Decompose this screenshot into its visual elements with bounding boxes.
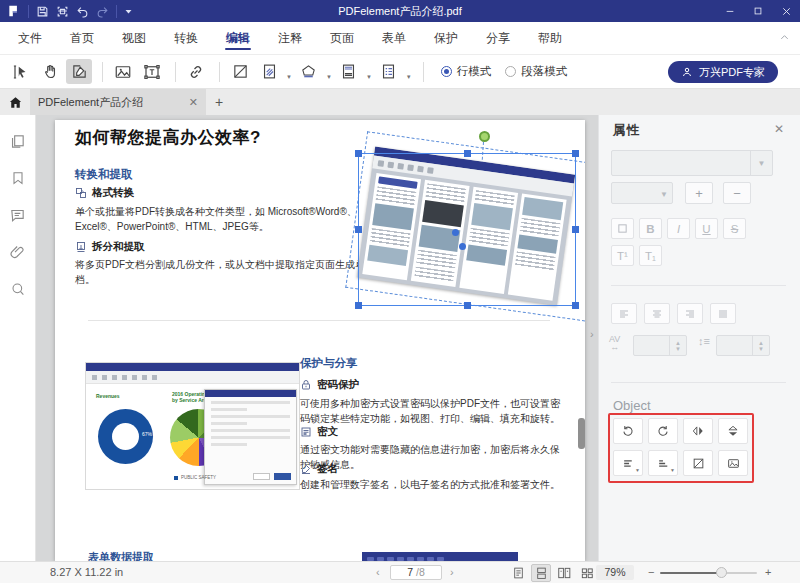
align-right-button[interactable] (677, 303, 703, 324)
add-image-button[interactable] (110, 59, 136, 84)
bold-button[interactable]: B (639, 218, 662, 239)
previous-page-chevron[interactable]: ‹ (376, 562, 380, 583)
menu-comment[interactable]: 注释 (264, 22, 316, 54)
selection-handle-sw[interactable] (355, 302, 362, 309)
hand-tool-button[interactable] (37, 59, 63, 84)
menu-page[interactable]: 页面 (316, 22, 368, 54)
add-text-button[interactable] (139, 59, 165, 84)
panel-expand-chevron-icon[interactable]: › (590, 328, 594, 340)
thumbnail-panel-icon[interactable] (6, 129, 30, 153)
rotate-left-button[interactable] (613, 418, 643, 444)
page-number-input[interactable]: 7 /8 (390, 565, 442, 580)
flip-horizontal-button[interactable] (683, 418, 713, 444)
search-panel-icon[interactable] (6, 277, 30, 301)
object-distribute-button[interactable]: ▼ (648, 450, 678, 476)
replace-image-button[interactable] (718, 450, 748, 476)
flip-vertical-button[interactable] (718, 418, 748, 444)
panel-close-icon[interactable]: ✕ (774, 122, 784, 136)
background-button[interactable]: ▼ (296, 59, 332, 84)
collapse-ribbon-icon[interactable] (779, 32, 790, 43)
zoom-slider-handle[interactable] (716, 567, 727, 578)
menu-share[interactable]: 分享 (472, 22, 524, 54)
quick-access-dropdown-icon[interactable] (124, 7, 133, 16)
maximize-button[interactable] (744, 0, 772, 22)
crop-page-button[interactable] (227, 59, 253, 84)
comment-panel-icon[interactable] (6, 203, 30, 227)
menu-help[interactable]: 帮助 (524, 22, 576, 54)
vertical-scrollbar-thumb[interactable] (578, 418, 585, 449)
bates-numbering-button[interactable]: ▼ (376, 59, 412, 84)
menu-convert[interactable]: 转换 (160, 22, 212, 54)
minimize-button[interactable] (716, 0, 744, 22)
rotation-handle[interactable] (479, 131, 490, 142)
object-tools-highlight: ▼ ▼ (608, 413, 754, 483)
selection-handle-w[interactable] (355, 226, 362, 233)
document-tab[interactable]: PDFelement产品介绍 ✕ (30, 89, 206, 115)
feature-body: 创建和管理数字签名，以电子签名的方式批准和签署文件。 (300, 477, 566, 492)
align-justify-icon (717, 308, 729, 320)
new-tab-button[interactable]: + (206, 89, 232, 115)
font-size-select[interactable]: ▼ (611, 182, 673, 204)
superscript-button[interactable]: T¹ (611, 245, 634, 266)
selection-handle-se[interactable] (572, 302, 579, 309)
save-icon[interactable] (36, 5, 49, 18)
menu-view[interactable]: 视图 (108, 22, 160, 54)
font-color-button[interactable] (611, 218, 634, 239)
zoom-level-display[interactable]: 79% (596, 565, 634, 580)
next-page-chevron[interactable]: › (450, 562, 454, 583)
zoom-in-button[interactable]: + (765, 562, 771, 583)
menu-protect[interactable]: 保护 (420, 22, 472, 54)
strikethrough-button[interactable]: S (723, 218, 746, 239)
pdf-page[interactable]: 如何帮您提高办公效率? 转换和提取 格式转换 单个或批量将PDF转换成各种文件类… (55, 120, 585, 561)
menu-home[interactable]: 首页 (56, 22, 108, 54)
object-align-button[interactable]: ▼ (613, 450, 643, 476)
subscript-button[interactable]: T₁ (639, 245, 662, 266)
align-justify-button[interactable] (710, 303, 736, 324)
watermark-button[interactable]: ▼ (256, 59, 292, 84)
menu-edit[interactable]: 编辑 (212, 22, 264, 54)
redo-icon[interactable] (96, 5, 109, 18)
zoom-out-button[interactable]: − (648, 562, 654, 583)
home-tab-button[interactable] (0, 89, 30, 115)
single-page-view-button[interactable] (508, 564, 528, 582)
menu-form[interactable]: 表单 (368, 22, 420, 54)
selection-bounding-box[interactable] (358, 153, 576, 306)
line-mode-radio[interactable]: 行模式 (441, 64, 492, 79)
header-footer-button[interactable]: ▼ (336, 59, 372, 84)
rotate-right-button[interactable] (648, 418, 678, 444)
line-spacing-input[interactable]: ▲▼ (716, 335, 770, 356)
facing-pages-view-button[interactable] (554, 564, 574, 582)
selection-handle-nw[interactable] (355, 150, 362, 157)
selection-handle-n[interactable] (464, 150, 471, 157)
snapshot-icon[interactable] (56, 5, 69, 18)
tab-close-icon[interactable]: ✕ (189, 96, 198, 109)
select-tool-button[interactable] (8, 59, 34, 84)
menu-file[interactable]: 文件 (4, 22, 56, 54)
link-button[interactable] (183, 59, 209, 84)
attachment-panel-icon[interactable] (6, 240, 30, 264)
char-spacing-input[interactable]: ▲▼ (633, 335, 687, 356)
paragraph-mode-radio[interactable]: 段落模式 (505, 64, 567, 79)
align-center-button[interactable] (644, 303, 670, 324)
zoom-slider-track-filled[interactable] (660, 572, 722, 574)
undo-icon[interactable] (76, 5, 89, 18)
selection-handle-ne[interactable] (572, 150, 579, 157)
underline-button[interactable]: U (695, 218, 718, 239)
crop-image-button[interactable] (683, 450, 713, 476)
pdf-expert-button[interactable]: 万兴PDF专家 (668, 61, 778, 83)
font-size-increase-button[interactable]: + (685, 182, 713, 204)
edit-tool-button[interactable] (66, 59, 92, 84)
italic-button[interactable]: I (667, 218, 690, 239)
close-button[interactable] (772, 0, 800, 22)
embedded-app-titlebar (86, 363, 299, 371)
grid-view-button[interactable] (577, 564, 597, 582)
font-size-decrease-button[interactable]: − (723, 182, 751, 204)
zoom-slider-track[interactable] (722, 572, 757, 574)
font-family-select[interactable]: ▼ (611, 150, 773, 176)
align-left-button[interactable] (611, 303, 637, 324)
bookmark-panel-icon[interactable] (6, 166, 30, 190)
selection-handle-s[interactable] (464, 302, 471, 309)
document-viewport[interactable]: 如何帮您提高办公效率? 转换和提取 格式转换 单个或批量将PDF转换成各种文件类… (36, 115, 598, 561)
selection-handle-e[interactable] (572, 226, 579, 233)
continuous-view-button[interactable] (531, 564, 551, 582)
